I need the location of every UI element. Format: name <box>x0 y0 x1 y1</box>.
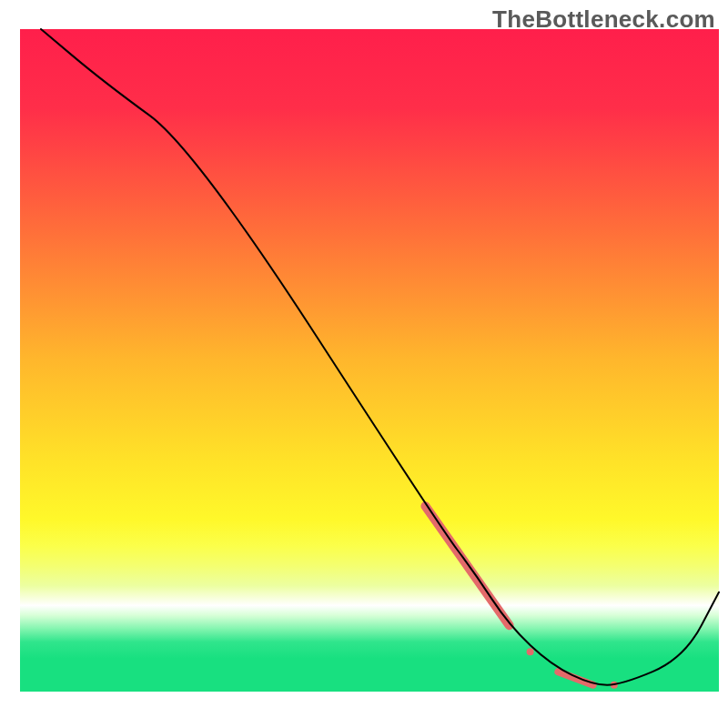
chart-canvas <box>0 0 728 728</box>
watermark-text: TheBottleneck.com <box>492 5 715 34</box>
bottleneck-chart: TheBottleneck.com <box>0 0 728 728</box>
highlight-dot <box>527 648 534 655</box>
plot-background <box>20 29 719 692</box>
